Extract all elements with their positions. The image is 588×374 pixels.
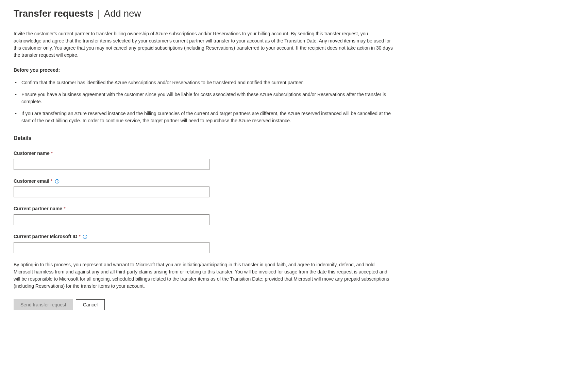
required-asterisk: * [51,150,53,157]
partner-name-input[interactable] [14,214,209,225]
before-proceed-label: Before you proceed: [14,67,574,74]
svg-point-2 [57,180,57,180]
customer-email-field-group: Customer email * [14,178,574,198]
field-label-row: Customer name * [14,150,574,157]
bullet-item: Ensure you have a business agreement wit… [14,91,394,105]
customer-email-label: Customer email [14,178,49,185]
page-header: Transfer requests | Add new [14,7,574,20]
customer-email-input[interactable] [14,186,209,197]
field-label-row: Current partner Microsoft ID * [14,233,574,240]
partner-msid-input[interactable] [14,242,209,253]
required-asterisk: * [79,233,80,240]
page-title-sub: Add new [104,8,141,19]
page-title-main: Transfer requests [14,8,94,19]
customer-name-field-group: Customer name * [14,150,574,170]
bullet-text: If you are transferring an Azure reserve… [21,110,394,124]
partner-msid-field-group: Current partner Microsoft ID * [14,233,574,253]
customer-name-label: Customer name [14,150,50,157]
cancel-button[interactable]: Cancel [76,299,105,310]
field-label-row: Current partner name * [14,206,574,212]
button-row: Send transfer request Cancel [14,299,574,310]
send-transfer-request-button[interactable]: Send transfer request [14,299,73,310]
bullet-item: If you are transferring an Azure reserve… [14,110,394,124]
title-separator: | [95,8,103,19]
disclaimer-text: By opting-in to this process, you repres… [14,261,394,290]
partner-msid-label: Current partner Microsoft ID [14,233,77,240]
partner-name-label: Current partner name [14,206,62,212]
bullet-text: Confirm that the customer has identified… [21,79,304,86]
info-icon[interactable] [55,179,60,184]
customer-name-input[interactable] [14,159,209,170]
info-icon[interactable] [83,234,87,239]
intro-text: Invite the customer's current partner to… [14,30,394,59]
bullet-text: Ensure you have a business agreement wit… [21,91,394,105]
required-asterisk: * [51,178,52,185]
required-asterisk: * [64,206,65,212]
partner-name-field-group: Current partner name * [14,206,574,225]
details-heading: Details [14,135,574,142]
before-proceed-bullets: Confirm that the customer has identified… [14,79,394,124]
field-label-row: Customer email * [14,178,574,185]
page-title: Transfer requests | Add new [14,7,574,20]
svg-point-5 [85,235,85,236]
bullet-item: Confirm that the customer has identified… [14,79,394,86]
